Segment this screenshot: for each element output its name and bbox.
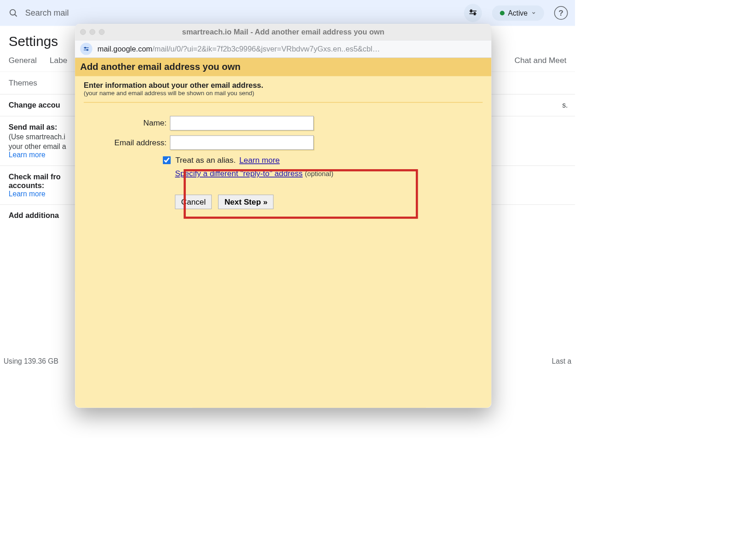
window-zoom-icon[interactable]	[99, 29, 105, 35]
svg-rect-5	[474, 12, 475, 15]
reply-to-optional: (optional)	[305, 170, 334, 177]
window-title: smartreach.io Mail - Add another email a…	[75, 28, 491, 36]
url-host: mail.google.com	[98, 45, 152, 53]
alias-learn-more-link[interactable]: Learn more	[239, 155, 280, 165]
popup-title: Add another email address you own	[75, 58, 491, 76]
tune-icon	[468, 8, 477, 17]
search-placeholder[interactable]: Search mail	[25, 8, 69, 18]
tab-chat-meet[interactable]: Chat and Meet	[515, 56, 567, 65]
search-icon[interactable]	[9, 8, 18, 17]
section-change-account: Change accou	[9, 101, 60, 109]
name-input[interactable]	[170, 116, 314, 130]
storage-usage: Using 139.36 GB	[4, 357, 58, 366]
popup-window: smartreach.io Mail - Add another email a…	[75, 24, 492, 408]
alias-checkbox[interactable]	[163, 156, 171, 164]
alias-label: Treat as an alias.	[175, 155, 236, 165]
cancel-button[interactable]: Cancel	[175, 194, 212, 209]
svg-point-8	[85, 47, 86, 49]
status-dot-icon	[500, 11, 504, 15]
url-text: mail.google.com/mail/u/0/?ui=2&ik=7f2b3c…	[98, 45, 380, 53]
email-label: Email address:	[114, 135, 170, 150]
url-path: /mail/u/0/?ui=2&ik=7f2b3c9996&jsver=VRbd…	[152, 45, 380, 53]
reply-to-link[interactable]: Specify a different "reply-to" address	[175, 169, 302, 178]
window-close-icon[interactable]	[80, 29, 86, 35]
tab-themes[interactable]: Themes	[9, 78, 37, 87]
right-fragment: s.	[562, 101, 568, 109]
search-bar: Search mail Active ?	[0, 0, 575, 26]
svg-point-9	[87, 49, 88, 51]
status-chip[interactable]: Active	[492, 5, 544, 21]
search-options-button[interactable]	[464, 4, 482, 22]
status-label: Active	[508, 9, 528, 17]
section-add-additional: Add additiona	[9, 211, 59, 219]
popup-subnote: (your name and email address will be sho…	[84, 90, 483, 97]
email-input[interactable]	[170, 136, 314, 150]
svg-rect-4	[471, 10, 472, 12]
popup-subtitle: Enter information about your other email…	[84, 81, 483, 90]
window-minimize-icon[interactable]	[90, 29, 96, 35]
chevron-down-icon	[531, 11, 536, 16]
svg-point-0	[10, 10, 16, 15]
tab-labels[interactable]: Labe	[50, 56, 67, 65]
help-button[interactable]: ?	[554, 6, 568, 20]
name-label: Name:	[114, 116, 170, 131]
window-titlebar[interactable]: smartreach.io Mail - Add another email a…	[75, 24, 491, 40]
site-settings-icon[interactable]	[80, 43, 92, 55]
svg-line-1	[15, 15, 17, 17]
last-activity: Last a	[552, 357, 572, 366]
next-step-button[interactable]: Next Step »	[218, 194, 274, 209]
tab-general[interactable]: General	[9, 56, 37, 65]
url-bar[interactable]: mail.google.com/mail/u/0/?ui=2&ik=7f2b3c…	[75, 40, 491, 58]
